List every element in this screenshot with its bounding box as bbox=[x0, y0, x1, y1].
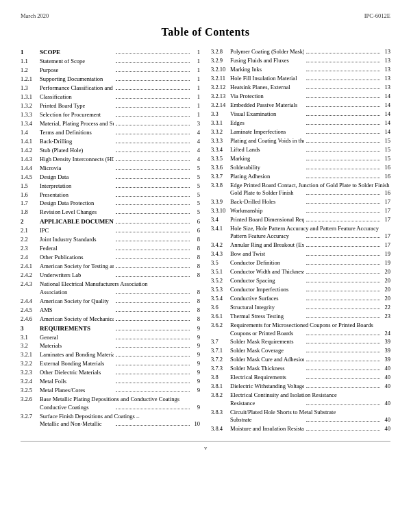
toc-page: 1 bbox=[192, 49, 200, 56]
toc-num: 3.2.9 bbox=[211, 57, 230, 64]
toc-page: 8 bbox=[192, 298, 200, 305]
toc-label: Hole Fill Insulation Material bbox=[230, 75, 304, 82]
toc-entry: 1SCOPE1 bbox=[21, 48, 200, 56]
toc-entry: 3.2.7Surface Finish Depositions and Coat… bbox=[21, 413, 200, 428]
toc-num: 3.2.10 bbox=[211, 66, 230, 73]
toc-label: Metal Planes/Cores bbox=[40, 387, 114, 394]
toc-entry: 3.2.9Fusing Fluids and Fluxes13 bbox=[211, 57, 390, 64]
toc-num: 1.5 bbox=[21, 182, 40, 190]
toc-page: 17 bbox=[382, 216, 390, 223]
toc-entry: 2.3Federal8 bbox=[21, 245, 200, 252]
toc-label: Structural Integrity bbox=[230, 304, 304, 311]
toc-label: Solder Mask Requirements bbox=[230, 338, 304, 346]
toc-page: 9 bbox=[192, 342, 200, 350]
toc-label: Design Data bbox=[40, 173, 114, 181]
toc-entry: 1.4.3High Density Interconnects (HDI)4 bbox=[21, 156, 200, 163]
toc-num: 3.2.1 bbox=[21, 351, 40, 359]
toc-entry: 3.3.7Plating Adhesion16 bbox=[211, 173, 390, 180]
page-title: Table of Contents bbox=[21, 26, 390, 38]
toc-dots bbox=[306, 255, 380, 256]
toc-entry: 3.5.4Conductive Surfaces20 bbox=[211, 295, 390, 302]
toc-entry: 2APPLICABLE DOCUMENTS6 bbox=[21, 217, 200, 226]
toc-entry: 3.8.1Dielectric Withstanding Voltage40 bbox=[211, 383, 390, 390]
toc-dots bbox=[116, 152, 190, 152]
toc-label: Base Metallic Plating Depositions and Co… bbox=[40, 396, 200, 403]
toc-page: 14 bbox=[382, 93, 390, 100]
toc-entry: 1.1Statement of Scope1 bbox=[21, 58, 200, 65]
toc-dots bbox=[306, 352, 380, 352]
toc-entry: 1.3Performance Classification and Type1 bbox=[21, 84, 200, 92]
toc-entry: 3.4Printed Board Dimensional Requirement… bbox=[211, 216, 390, 223]
toc-dots bbox=[116, 250, 190, 250]
toc-entry: 3.2.13Via Protection14 bbox=[211, 93, 390, 100]
toc-page: 40 bbox=[382, 400, 390, 407]
toc-num: 3.7.2 bbox=[211, 356, 230, 363]
toc-num: 3.8.2 bbox=[211, 391, 230, 399]
toc-label: Laminate Imperfections bbox=[230, 128, 304, 136]
toc-right-column: 3.2.8Polymer Coating (Solder Mask)133.2.… bbox=[211, 48, 390, 434]
toc-label: Hole Size, Hole Pattern Accuracy and Pat… bbox=[230, 225, 390, 232]
toc-entry: 1.4Terms and Definitions4 bbox=[21, 129, 200, 136]
toc-page: 20 bbox=[382, 295, 390, 302]
toc-page: 19 bbox=[382, 250, 390, 258]
toc-label: Microvia bbox=[40, 165, 114, 172]
toc-page: 5 bbox=[192, 165, 200, 172]
toc-page: 16 bbox=[382, 189, 390, 197]
toc-entry: 3.3.6Solderability16 bbox=[211, 164, 390, 171]
toc-num: 3.6.1 bbox=[211, 313, 230, 320]
toc-page: 6 bbox=[192, 218, 200, 226]
toc-dots bbox=[116, 339, 190, 339]
toc-num: 3.2.13 bbox=[211, 93, 230, 100]
toc-page: 1 bbox=[192, 111, 200, 119]
toc-entry: 3.3.3Plating and Coating Voids in the Ho… bbox=[211, 137, 390, 145]
toc-label: Other Publications bbox=[40, 254, 114, 261]
toc-label: Design Data Protection bbox=[40, 200, 114, 207]
toc-num: 1.4.4 bbox=[21, 165, 40, 172]
toc-dots bbox=[306, 97, 380, 98]
toc-entry: 1.7Design Data Protection5 bbox=[21, 200, 200, 207]
toc-dots bbox=[306, 387, 380, 388]
toc-page: 5 bbox=[192, 208, 200, 216]
toc-num: 3.7.3 bbox=[211, 365, 230, 372]
toc-label-cont: Coupons or Printed Boards bbox=[230, 330, 304, 337]
toc-dots bbox=[306, 133, 380, 134]
toc-dots bbox=[306, 106, 380, 107]
toc-num: 2.1 bbox=[21, 227, 40, 234]
toc-num: 2.4.1 bbox=[21, 263, 40, 270]
toc-num: 1.6 bbox=[21, 191, 40, 199]
toc-num: 3.5.2 bbox=[211, 277, 230, 285]
toc-num: 1.3 bbox=[21, 84, 40, 92]
toc-page: 4 bbox=[192, 138, 200, 145]
toc-entry: 3.6Structural Integrity22 bbox=[211, 304, 390, 311]
toc-dots bbox=[306, 282, 380, 282]
toc-page: 9 bbox=[192, 369, 200, 376]
toc-label: Dielectric Withstanding Voltage bbox=[230, 383, 304, 390]
toc-dots bbox=[306, 421, 380, 422]
toc-page: 1 bbox=[192, 66, 200, 74]
toc-label: High Density Interconnects (HDI) bbox=[40, 156, 114, 163]
toc-entry: 3.2.10Marking Inks13 bbox=[211, 66, 390, 73]
toc-dots bbox=[116, 143, 190, 143]
toc-label: IPC bbox=[40, 227, 114, 234]
toc-dots bbox=[116, 241, 190, 241]
toc-label: Purpose bbox=[40, 66, 114, 74]
toc-entry: 1.3.2Printed Board Type1 bbox=[21, 102, 200, 110]
toc-dots bbox=[116, 80, 190, 81]
toc-label: Performance Classification and Type bbox=[40, 84, 114, 92]
toc-page: 3 bbox=[192, 120, 200, 128]
toc-entry: 3.4.3Bow and Twist19 bbox=[211, 250, 390, 258]
toc-num: 3.3.7 bbox=[211, 173, 230, 180]
toc-dots bbox=[306, 88, 380, 89]
toc-num: 1.3.2 bbox=[21, 102, 40, 110]
toc-label-cont: Resistance bbox=[230, 400, 304, 407]
toc-dots bbox=[306, 124, 380, 125]
toc-label: Laminates and Bonding Material bbox=[40, 351, 114, 359]
toc-entry: 3.2.2External Bonding Materials9 bbox=[21, 360, 200, 367]
toc-entry: 3.2Materials9 bbox=[21, 342, 200, 350]
toc-dots bbox=[306, 115, 380, 116]
toc-page: 5 bbox=[192, 191, 200, 199]
toc-label: Printed Board Type bbox=[40, 102, 114, 110]
toc-dots bbox=[116, 356, 190, 356]
toc-num: 3.8.1 bbox=[211, 383, 230, 390]
toc-dots bbox=[306, 178, 380, 178]
